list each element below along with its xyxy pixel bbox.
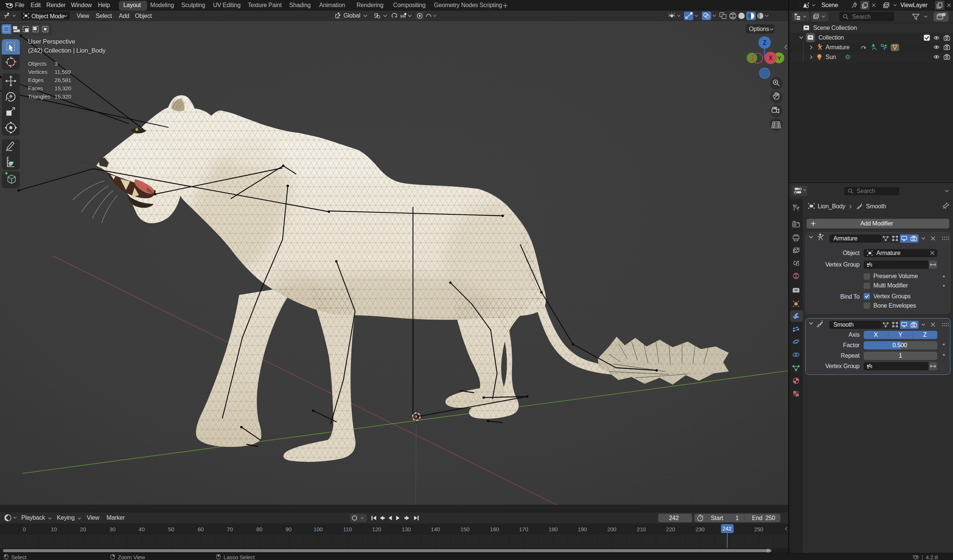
svg-text:X: X xyxy=(769,55,773,61)
svg-text:Global: Global xyxy=(343,12,360,19)
svg-text:Z: Z xyxy=(763,40,767,46)
svg-text:Y: Y xyxy=(778,55,781,61)
